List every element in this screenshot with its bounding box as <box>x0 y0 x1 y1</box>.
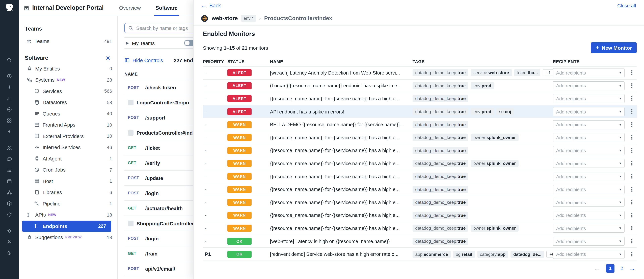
monitor-row[interactable]: -WARN{{resource_name.name}} for {{servic… <box>203 157 636 170</box>
monitor-row[interactable]: -ALERT[warach] Latency Anomaly Detection… <box>203 67 636 79</box>
sidebar-item-teams[interactable]: Teams 491 <box>19 36 118 47</box>
monitor-name-link[interactable]: {{resource_name.name}} for {{service.nam… <box>270 200 412 205</box>
tag-chip[interactable]: datadog_de... <box>511 251 544 258</box>
rail-serverless-button[interactable] <box>4 155 15 163</box>
tag-chip[interactable]: bg:retail <box>453 251 475 258</box>
tag-chip[interactable]: datadog_demo_keep:true <box>412 134 468 141</box>
monitor-name-link[interactable]: {{resource_name.name}} for {{service.nam… <box>270 174 412 179</box>
monitor-name-link[interactable]: {{resource_name.name}} for {{service.nam… <box>270 187 412 192</box>
tag-chip[interactable]: category:app <box>477 251 508 258</box>
rail-monitors-button[interactable] <box>4 105 15 114</box>
endpoint-row[interactable]: POSTapi/v1/email/ <box>124 261 196 276</box>
rail-bug-button[interactable] <box>4 226 15 235</box>
kebab-menu[interactable]: ⋮ <box>627 95 637 102</box>
monitor-name-link[interactable]: BELLA DEMO {{resource_name.name}} for {{… <box>270 122 412 127</box>
monitor-name-link[interactable]: {{resource_name.name}} for {{service.nam… <box>270 148 412 153</box>
kebab-menu[interactable]: ⋮ <box>627 69 637 76</box>
kebab-menu[interactable]: ⋮ <box>627 212 637 219</box>
recipients-select[interactable]: Add recipients▾ <box>553 172 624 181</box>
monitor-row[interactable]: -WARN{{resource_name.name}} for {{servic… <box>203 170 636 183</box>
sidebar-item-libraries[interactable]: Libraries6 <box>19 187 118 198</box>
monitor-row[interactable]: P1OK[re:invent demo] Service web-store h… <box>203 248 636 261</box>
sidebar-item-cron-jobs[interactable]: Cron Jobs7 <box>19 164 118 175</box>
recipients-select[interactable]: Add recipients▾ <box>553 120 624 129</box>
monitor-name-link[interactable]: {{resource_name.name}} for {{service.nam… <box>270 226 412 231</box>
tag-chip[interactable]: datadog_demo_keep:true <box>412 69 468 76</box>
tag-chip[interactable]: app:ecommerce <box>412 251 451 258</box>
more-tags-chip[interactable]: +1 <box>543 69 553 76</box>
recipients-select[interactable]: Add recipients▾ <box>553 237 624 246</box>
rail-metrics-button[interactable] <box>4 94 15 103</box>
tag-chip[interactable]: env:prod <box>471 108 494 115</box>
next-page-arrow-icon[interactable]: → <box>629 265 635 272</box>
rail-search-button[interactable] <box>4 56 15 64</box>
recipients-select[interactable]: Add recipients▾ <box>553 146 624 155</box>
monitor-name-link[interactable]: [warach] Latency Anomaly Detection from … <box>270 70 412 76</box>
rail-people-button[interactable] <box>4 144 15 152</box>
endpoint-row[interactable]: POST/support <box>124 110 196 125</box>
kebab-menu[interactable]: ⋮ <box>627 121 637 128</box>
page-number-2[interactable]: 2 <box>620 266 623 271</box>
monitor-row[interactable]: -WARN{{resource_name.name}} for {{servic… <box>203 222 636 235</box>
monitor-name-link[interactable]: {{resource_name.name}} for {{service.nam… <box>270 135 412 140</box>
recipients-select[interactable]: Add recipients▾ <box>553 250 624 259</box>
tag-chip[interactable]: team:tha... <box>514 69 540 76</box>
endpoint-row[interactable]: POST/update <box>124 171 196 186</box>
tag-chip[interactable]: datadog_demo_keep:true <box>412 108 468 115</box>
recipients-select[interactable]: Add recipients▾ <box>553 185 624 194</box>
tag-chip[interactable]: owner:splunk_owner <box>471 134 518 141</box>
recipients-select[interactable]: Add recipients▾ <box>553 94 624 103</box>
kebab-menu[interactable]: ⋮ <box>627 82 637 89</box>
tag-chip[interactable]: datadog_demo_keep:true <box>412 212 468 219</box>
sidebar-item-external-providers[interactable]: External Providers10 <box>19 130 118 142</box>
prev-page-arrow-icon[interactable]: ← <box>594 265 600 272</box>
new-monitor-button[interactable]: + New Monitor <box>591 42 636 53</box>
my-teams-filter[interactable]: ▶ My Teams <box>124 37 196 49</box>
tag-chip[interactable]: datadog_demo_keep:true <box>412 82 468 89</box>
monitor-row[interactable]: -OK[web-store] Latency is high on {{reso… <box>203 235 636 248</box>
kebab-menu[interactable]: ⋮ <box>627 173 637 180</box>
monitor-name-link[interactable]: {{resource_name.name}} for {{service.nam… <box>270 161 412 166</box>
endpoint-row[interactable]: GET/verify <box>124 155 196 171</box>
sidebar-item-endpoints[interactable]: { }Endpoints227 <box>22 220 111 232</box>
rail-rum-button[interactable] <box>4 237 15 246</box>
monitor-row[interactable]: -ALERT{{resource_name.name}} for {{servi… <box>203 92 636 105</box>
datadog-logo-icon[interactable] <box>4 3 14 14</box>
tag-chip[interactable]: owner:splunk_owner <box>471 225 518 232</box>
monitor-name-link[interactable]: [re:invent demo] Service web-store has a… <box>270 251 412 257</box>
tag-chip[interactable]: owner:splunk_owner <box>471 160 518 167</box>
sidebar-item-services[interactable]: Services566 <box>19 85 118 97</box>
close-all-button[interactable]: Close all <box>617 3 636 9</box>
monitor-row[interactable]: -WARN{{resource_name.name}} for {{servic… <box>203 183 636 196</box>
tab-software[interactable]: Software <box>156 0 178 16</box>
recipients-select[interactable]: Add recipients▾ <box>553 107 624 116</box>
sidebar-item-frontend-apps[interactable]: Frontend Apps10 <box>19 119 118 130</box>
rail-history-button[interactable] <box>4 72 15 81</box>
tag-chip[interactable]: se:euj <box>496 108 514 115</box>
monitor-row[interactable]: -ALERT(Lorcan){{resource_name.name}} end… <box>203 79 636 92</box>
monitor-name-link[interactable]: API endpoint has a spike in errors! <box>270 109 412 114</box>
sidebar-item-suggestions[interactable]: SuggestionsPREVIEW18 <box>19 232 118 243</box>
monitor-row[interactable]: -WARNBELLA DEMO {{resource_name.name}} f… <box>203 118 636 131</box>
rail-servicemap-button[interactable] <box>4 188 15 197</box>
recipients-select[interactable]: Add recipients▾ <box>553 198 624 207</box>
tag-chip[interactable]: datadog_demo_keep:true <box>412 199 468 206</box>
sidebar-item-host[interactable]: Host1 <box>19 175 118 187</box>
monitor-name-link[interactable]: {{resource_name.name}} for {{service.nam… <box>270 213 412 218</box>
tag-chip[interactable]: datadog_demo_keep:true <box>412 225 468 232</box>
tag-chip[interactable]: datadog_demo_keep:true <box>412 121 468 128</box>
kebab-menu[interactable]: ⋮ <box>627 108 637 115</box>
tag-chip[interactable]: env:prod <box>471 82 494 89</box>
sidebar-item-datastores[interactable]: Datastores58 <box>19 97 118 108</box>
monitor-name-link[interactable]: (Lorcan){{resource_name.name}} endpoint … <box>270 83 412 89</box>
breadcrumb-service[interactable]: web-store <box>212 15 238 22</box>
recipients-select[interactable]: Add recipients▾ <box>553 81 624 90</box>
sidebar-item-my-entities[interactable]: My Entities0 <box>19 63 118 74</box>
monitor-row[interactable]: -WARN{{resource_name.name}} for {{servic… <box>203 209 636 222</box>
recipients-select[interactable]: Add recipients▾ <box>553 224 624 233</box>
endpoint-row[interactable]: POST/login <box>124 231 196 246</box>
monitor-row[interactable]: -WARN{{resource_name.name}} for {{servic… <box>203 131 636 144</box>
endpoint-row[interactable]: ProductsController#index <box>124 125 196 140</box>
monitor-row[interactable]: -WARN{{resource_name.name}} for {{servic… <box>203 196 636 209</box>
rail-workflows-button[interactable] <box>4 248 15 257</box>
